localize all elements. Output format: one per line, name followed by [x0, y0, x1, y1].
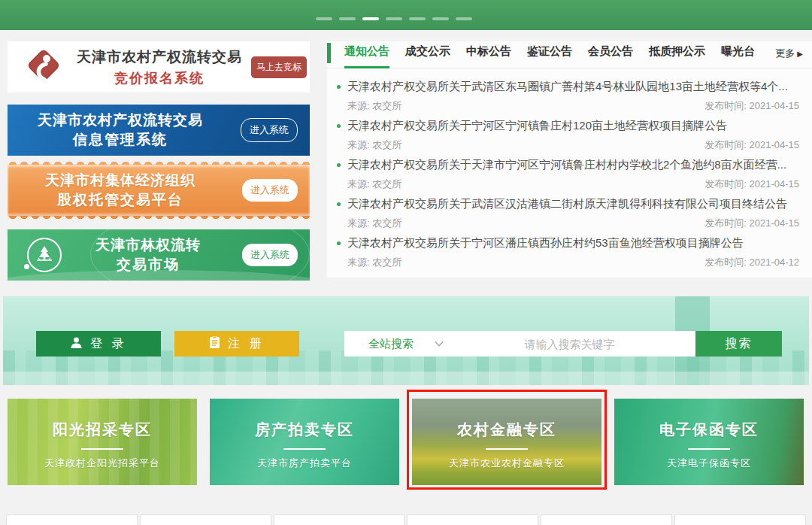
footer-links-row	[6, 514, 806, 525]
news-date: 发布时间: 2021-04-15	[704, 99, 799, 113]
footer-box[interactable]	[274, 514, 405, 525]
haze-decoration	[3, 372, 809, 385]
carousel-dot[interactable]	[339, 17, 356, 20]
carousel-dot[interactable]	[456, 17, 472, 20]
footer-box[interactable]	[6, 514, 138, 525]
news-source: 来源: 农交所	[347, 99, 401, 113]
banner-line1: 天津市农村产权流转交易	[8, 111, 233, 130]
chevron-down-icon[interactable]	[435, 341, 444, 347]
divider	[283, 448, 326, 450]
news-link[interactable]: 天津农村产权交易所关于武清区东马圈镇广善村第4号林业队园地13亩土地经营权等4个…	[337, 77, 799, 97]
site-logo-icon	[24, 46, 63, 88]
news-source: 来源: 农交所	[347, 178, 401, 191]
tab-certification[interactable]: 鉴证公告	[527, 44, 572, 68]
enter-system-button[interactable]: 进入系统	[241, 118, 298, 142]
carousel-indicators	[316, 17, 472, 20]
list-item: 天津农村产权交易所关于宁河区宁河镇鲁庄村120亩土地经营权项目摘牌公告 来源: …	[327, 116, 812, 155]
search-input[interactable]	[444, 338, 695, 351]
news-source: 来源: 农交所	[347, 256, 401, 269]
footer-box[interactable]	[674, 514, 806, 525]
footer-box[interactable]	[407, 514, 538, 525]
tab-winning-bid[interactable]: 中标公告	[466, 44, 511, 68]
announcement-tab-bar: 通知公告 成交公示 中标公告 鉴证公告 会员公告 抵质押公示 曝光台 更多▶	[327, 41, 812, 68]
accent-bar	[327, 43, 331, 63]
news-date: 发布时间: 2021-04-15	[704, 138, 799, 152]
bidding-system-title: 天津市农村产权流转交易 竞价报名系统	[74, 47, 245, 87]
site-title: 天津市农村产权流转交易	[74, 47, 245, 67]
bullet-icon	[337, 85, 341, 89]
news-link[interactable]: 天津农村产权交易所关于武清区汉沽港镇二街村原天津凯得利科技有限公司项目终结公告	[337, 194, 799, 214]
homepage: 天津市农村产权流转交易 竞价报名系统 马上去竞标 天津市农村产权流转交易 信息管…	[0, 0, 812, 525]
go-bid-button[interactable]: 马上去竞标	[251, 56, 307, 78]
login-button[interactable]: 登 录	[36, 331, 161, 357]
site-subtitle: 竞价报名系统	[74, 69, 245, 87]
divider	[486, 448, 528, 450]
tab-member[interactable]: 会员公告	[588, 44, 633, 68]
footer-box[interactable]	[140, 514, 271, 525]
banner-line2: 信息管理系统	[8, 130, 233, 150]
news-link[interactable]: 天津农村产权交易所关于宁河区潘庄镇西孙庄村约53亩鱼池经营权项目摘牌公告	[337, 233, 799, 253]
search-scope-select[interactable]: 全站搜索	[368, 337, 414, 351]
news-source: 来源: 农交所	[347, 138, 401, 152]
bullet-icon	[337, 202, 341, 206]
bidding-system-panel: 天津市农村产权流转交易 竞价报名系统 马上去竞标	[8, 41, 310, 93]
tab-pledge-publicity[interactable]: 抵质押公示	[649, 44, 705, 68]
search-button[interactable]: 搜索	[695, 331, 782, 357]
zone-property-auction[interactable]: 房产拍卖专区 天津市房产拍卖平台	[210, 399, 399, 485]
info-management-system-banner[interactable]: 天津市农村产权流转交易 信息管理系统 进入系统	[8, 105, 310, 156]
banner-line1: 天津市村集体经济组织	[8, 171, 233, 190]
banner-line2: 股权托管交易平台	[8, 190, 233, 210]
carousel-banner	[0, 0, 812, 30]
carousel-dot-active[interactable]	[362, 17, 379, 20]
banner-line2: 交易市场	[62, 255, 235, 275]
news-source: 来源: 农交所	[347, 217, 401, 230]
site-search-bar: 全站搜索 搜索	[344, 331, 782, 357]
footer-box[interactable]	[541, 514, 672, 525]
divider	[81, 448, 123, 450]
announcement-panel: 通知公告 成交公示 中标公告 鉴证公告 会员公告 抵质押公示 曝光台 更多▶ 天…	[327, 41, 812, 278]
list-item: 天津农村产权交易所关于天津市宁河区宁河镇鲁庄村村内学校北2个鱼池约8亩水面经营.…	[327, 155, 812, 194]
tab-exposure[interactable]: 曝光台	[721, 44, 755, 68]
news-date: 发布时间: 2021-04-15	[704, 217, 799, 230]
carousel-dot[interactable]	[409, 17, 426, 20]
enter-system-button[interactable]: 进入系统	[242, 244, 298, 266]
list-item: 天津农村产权交易所关于武清区汉沽港镇二街村原天津凯得利科技有限公司项目终结公告 …	[327, 194, 812, 233]
carousel-dot[interactable]	[432, 17, 449, 20]
register-form-icon	[209, 336, 220, 352]
user-icon	[70, 336, 83, 352]
announcement-list: 天津农村产权交易所关于武清区东马圈镇广善村第4号林业队园地13亩土地经营权等4个…	[327, 68, 812, 272]
news-date: 发布时间: 2021-04-15	[704, 178, 799, 191]
forest-rights-market-banner[interactable]: 天津市林权流转 交易市场 进入系统	[8, 229, 310, 281]
tree-icon	[27, 238, 62, 272]
special-zones-row: 阳光招采专区 天津政村企阳光招采平台 房产拍卖专区 天津市房产拍卖平台 农村金融…	[8, 399, 804, 485]
banner-line1: 天津市林权流转	[62, 235, 235, 255]
bullet-icon	[337, 163, 341, 167]
register-button[interactable]: 注 册	[174, 331, 299, 357]
search-hero-section: 登 录 注 册 全站搜索 搜索	[3, 296, 809, 385]
news-link[interactable]: 天津农村产权交易所关于宁河区宁河镇鲁庄村120亩土地经营权项目摘牌公告	[337, 116, 799, 136]
bullet-icon	[337, 241, 341, 245]
tab-deal-publicity[interactable]: 成交公示	[405, 44, 450, 68]
enter-system-button[interactable]: 进入系统	[242, 179, 298, 202]
list-item: 天津农村产权交易所关于武清区东马圈镇广善村第4号林业队园地13亩土地经营权等4个…	[327, 77, 812, 116]
news-link[interactable]: 天津农村产权交易所关于天津市宁河区宁河镇鲁庄村村内学校北2个鱼池约8亩水面经营.…	[337, 155, 799, 175]
tab-notice[interactable]: 通知公告	[344, 44, 389, 68]
zone-sunshine-procurement[interactable]: 阳光招采专区 天津政村企阳光招采平台	[8, 399, 197, 485]
more-link[interactable]: 更多▶	[775, 47, 803, 60]
carousel-dot[interactable]	[316, 17, 332, 20]
news-date: 发布时间: 2021-04-12	[704, 256, 799, 269]
equity-custody-platform-banner[interactable]: 天津市村集体经济组织 股权托管交易平台 进入系统	[8, 164, 310, 217]
carousel-dot[interactable]	[386, 17, 402, 20]
more-arrow-icon: ▶	[797, 50, 803, 58]
bullet-icon	[337, 124, 341, 128]
zone-electronic-guarantee[interactable]: 电子保函专区 天津电子保函专区	[614, 399, 804, 485]
divider	[688, 448, 730, 450]
zone-rural-finance[interactable]: 农村金融专区 天津市农业农村金融专区	[412, 399, 601, 485]
list-item: 天津农村产权交易所关于宁河区潘庄镇西孙庄村约53亩鱼池经营权项目摘牌公告 来源:…	[327, 233, 812, 272]
